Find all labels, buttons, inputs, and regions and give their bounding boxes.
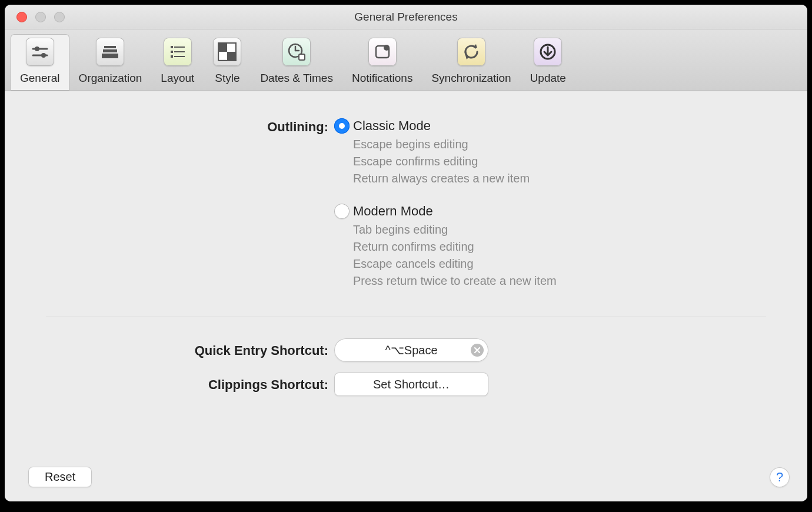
svg-rect-14 bbox=[219, 43, 228, 52]
tab-label: Notifications bbox=[352, 72, 413, 85]
svg-rect-5 bbox=[103, 49, 117, 52]
close-icon[interactable] bbox=[16, 12, 27, 22]
clock-icon bbox=[282, 38, 311, 66]
help-icon: ? bbox=[776, 470, 783, 485]
window-controls bbox=[16, 12, 65, 22]
svg-rect-19 bbox=[299, 54, 305, 60]
preferences-window: General Preferences General bbox=[5, 5, 807, 501]
tab-label: Organization bbox=[79, 72, 142, 85]
tab-notifications[interactable]: Notifications bbox=[342, 34, 422, 91]
reset-button[interactable]: Reset bbox=[28, 467, 92, 487]
tab-dates-times[interactable]: Dates & Times bbox=[251, 34, 342, 91]
window-title: General Preferences bbox=[5, 11, 807, 24]
tab-label: Layout bbox=[161, 72, 194, 85]
tab-label: Dates & Times bbox=[260, 72, 333, 85]
outlining-modern-option[interactable]: Modern Mode Tab begins editing Return co… bbox=[334, 204, 766, 290]
svg-rect-9 bbox=[171, 51, 173, 53]
svg-point-21 bbox=[384, 45, 390, 51]
svg-rect-7 bbox=[171, 46, 173, 48]
tab-synchronization[interactable]: Synchronization bbox=[422, 34, 520, 91]
outlining-classic-option[interactable]: Classic Mode Escape begins editing Escap… bbox=[334, 118, 766, 187]
modern-mode-label: Modern Mode bbox=[353, 204, 433, 219]
tab-label: Synchronization bbox=[431, 72, 511, 85]
sync-icon bbox=[457, 38, 485, 66]
modern-desc-3: Escape cancels editing bbox=[353, 255, 766, 272]
classic-mode-label: Classic Mode bbox=[353, 118, 431, 134]
quick-entry-label: Quick Entry Shortcut: bbox=[46, 342, 334, 358]
modern-desc-2: Return confirms editing bbox=[353, 238, 766, 255]
quick-entry-shortcut-field[interactable]: ^⌥Space bbox=[334, 338, 488, 362]
modern-desc-4: Press return twice to create a new item bbox=[353, 272, 766, 290]
set-clippings-shortcut-button[interactable]: Set Shortcut… bbox=[334, 373, 488, 396]
svg-rect-4 bbox=[104, 46, 116, 48]
stack-icon bbox=[96, 38, 124, 66]
clear-shortcut-icon[interactable] bbox=[471, 344, 484, 357]
outlining-label: Outlining: bbox=[46, 118, 334, 135]
tab-style[interactable]: Style bbox=[204, 34, 251, 91]
toolbar: General Organization Layout bbox=[5, 29, 807, 91]
zoom-icon[interactable] bbox=[54, 12, 65, 22]
tab-general[interactable]: General bbox=[11, 34, 69, 91]
svg-point-3 bbox=[41, 53, 46, 58]
svg-rect-15 bbox=[227, 52, 236, 61]
svg-rect-11 bbox=[171, 55, 173, 58]
svg-point-1 bbox=[35, 46, 39, 51]
separator bbox=[46, 317, 766, 317]
titlebar: General Preferences bbox=[5, 5, 807, 29]
content-pane: Outlining: Classic Mode Escape begins ed… bbox=[5, 91, 807, 501]
tab-layout[interactable]: Layout bbox=[151, 34, 204, 91]
tab-organization[interactable]: Organization bbox=[69, 34, 152, 91]
help-button[interactable]: ? bbox=[770, 467, 790, 487]
tab-update[interactable]: Update bbox=[521, 34, 575, 91]
svg-rect-8 bbox=[174, 46, 185, 48]
tab-label: Update bbox=[530, 72, 566, 85]
set-shortcut-label: Set Shortcut… bbox=[373, 378, 450, 391]
sliders-icon bbox=[26, 38, 54, 66]
classic-desc-1: Escape begins editing bbox=[353, 136, 766, 153]
svg-rect-10 bbox=[174, 51, 185, 52]
list-icon bbox=[164, 38, 192, 66]
clippings-label: Clippings Shortcut: bbox=[46, 376, 334, 393]
tab-label: Style bbox=[215, 72, 239, 85]
radio-classic[interactable] bbox=[334, 118, 350, 134]
download-icon bbox=[534, 38, 562, 66]
modern-desc-1: Tab begins editing bbox=[353, 221, 766, 238]
reset-label: Reset bbox=[45, 470, 75, 483]
classic-desc-3: Return always creates a new item bbox=[353, 170, 766, 187]
radio-modern[interactable] bbox=[334, 204, 350, 219]
minimize-icon[interactable] bbox=[35, 12, 46, 22]
svg-rect-12 bbox=[174, 56, 185, 57]
notification-icon bbox=[368, 38, 397, 66]
tab-label: General bbox=[20, 72, 60, 85]
checker-icon bbox=[213, 38, 241, 66]
quick-entry-shortcut-value: ^⌥Space bbox=[385, 343, 437, 357]
classic-desc-2: Escape confirms editing bbox=[353, 153, 766, 170]
svg-rect-6 bbox=[102, 54, 118, 58]
